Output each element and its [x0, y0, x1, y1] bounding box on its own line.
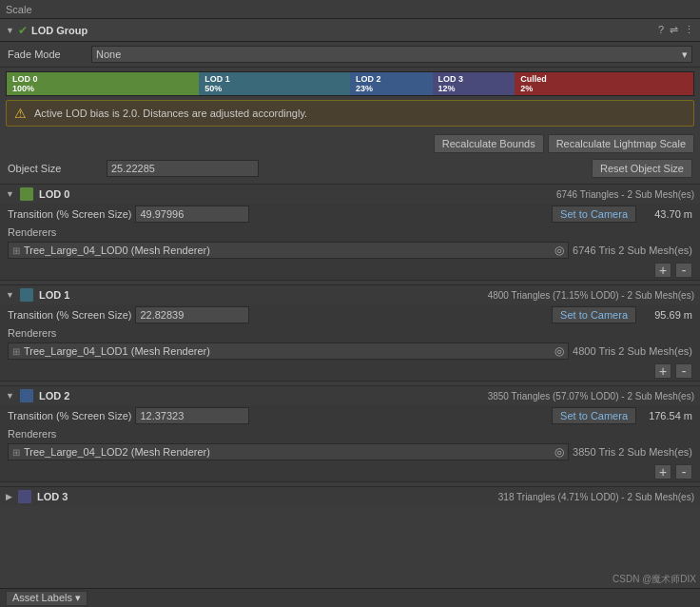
lod-bar-1-label: LOD 1 [204, 74, 230, 84]
lod2-color [20, 389, 33, 402]
lod1-info: 4800 Triangles (71.15% LOD0) - 2 Sub Mes… [488, 290, 694, 301]
fade-mode-label: Fade Mode [8, 49, 84, 60]
reset-object-size-button[interactable]: Reset Object Size [592, 159, 692, 178]
help-icon[interactable]: ? [658, 24, 664, 36]
lod2-renderer-item: ⊞ Tree_Large_04_LOD2 (Mesh Renderer) ◎ [8, 443, 569, 460]
lod2-transition-label: Transition (% Screen Size) [8, 410, 131, 421]
lod1-renderer-item: ⊞ Tree_Large_04_LOD1 (Mesh Renderer) ◎ [8, 343, 569, 360]
lod3-name: LOD 3 [37, 491, 68, 502]
lod2-add-remove-row: + - [0, 462, 700, 481]
lod0-renderer-item: ⊞ Tree_Large_04_LOD0 (Mesh Renderer) ◎ [8, 242, 569, 259]
lod2-renderer-info: 3850 Tris 2 Sub Mesh(es) [573, 446, 692, 458]
recalculate-lightmap-button[interactable]: Recalculate Lightmap Scale [548, 134, 694, 153]
lod-bar-2-percent: 23% [356, 84, 381, 93]
lod0-transition-label: Transition (% Screen Size) [8, 208, 131, 220]
lod3-color [18, 490, 31, 503]
lod2-renderer-name: Tree_Large_04_LOD2 (Mesh Renderer) [24, 446, 551, 458]
lod0-name: LOD 0 [39, 188, 69, 200]
lod-bar-1-percent: 50% [204, 84, 230, 93]
lod-bar-0-percent: 100% [12, 84, 38, 93]
lod0-add-button[interactable]: + [654, 263, 671, 278]
lod2-renderer-target-button[interactable]: ◎ [554, 445, 564, 459]
lod2-remove-button[interactable]: - [675, 464, 692, 480]
lod1-renderer-row: ⊞ Tree_Large_04_LOD1 (Mesh Renderer) ◎ 4… [0, 341, 700, 362]
lod-bar-culled[interactable]: Culled 2% [515, 72, 693, 95]
lod0-distance: 43.70 m [640, 208, 692, 220]
lod1-set-to-camera-button[interactable]: Set to Camera [552, 306, 636, 323]
lod1-remove-button[interactable]: - [675, 363, 692, 379]
lod0-info: 6746 Triangles - 2 Sub Mesh(es) [556, 189, 694, 200]
lod0-header: ▼ LOD 0 6746 Triangles - 2 Sub Mesh(es) [0, 185, 700, 204]
lod-bar-3-label: LOD 3 [438, 74, 464, 84]
lod2-transition-row: Transition (% Screen Size) Set to Camera… [0, 405, 700, 426]
object-size-input[interactable] [107, 160, 259, 177]
dropdown-chevron: ▾ [682, 49, 688, 61]
lod0-transition-input[interactable] [135, 206, 249, 223]
lod-bar-culled-percent: 2% [520, 84, 547, 93]
lod0-transition-row: Transition (% Screen Size) Set to Camera… [0, 204, 700, 225]
lod2-renderers-label: Renderers [0, 426, 700, 441]
lod-bar-2-label: LOD 2 [356, 74, 381, 84]
lod0-renderers-label: Renderers [0, 225, 700, 240]
lod3-expand-icon[interactable]: ▶ [6, 492, 12, 501]
lod1-renderer-name: Tree_Large_04_LOD1 (Mesh Renderer) [24, 345, 551, 357]
lod1-transition-row: Transition (% Screen Size) Set to Camera… [0, 304, 700, 325]
preset-icon[interactable]: ⇌ [670, 24, 678, 36]
lod1-renderers-label: Renderers [0, 325, 700, 341]
lod0-expand-icon[interactable]: ▼ [6, 189, 14, 199]
lod-bar-2[interactable]: LOD 2 23% [350, 72, 433, 95]
object-size-row: Object Size Reset Object Size [0, 157, 700, 180]
panel-icons: ? ⇌ ⋮ [658, 24, 694, 36]
lod2-renderer-row: ⊞ Tree_Large_04_LOD2 (Mesh Renderer) ◎ 3… [0, 441, 700, 462]
lod0-renderer-name: Tree_Large_04_LOD0 (Mesh Renderer) [24, 245, 551, 256]
lod0-renderer-info: 6746 Tris 2 Sub Mesh(es) [573, 245, 692, 256]
asset-labels-button[interactable]: Asset Labels ▾ [6, 591, 88, 606]
lod1-name: LOD 1 [39, 289, 69, 301]
lod-bar-3[interactable]: LOD 3 12% [433, 72, 515, 95]
lod-bar-culled-label: Culled [520, 74, 547, 84]
lod0-set-to-camera-button[interactable]: Set to Camera [552, 206, 636, 223]
lod2-transition-input[interactable] [135, 407, 249, 424]
fade-mode-dropdown[interactable]: None ▾ [91, 46, 692, 63]
menu-icon[interactable]: ⋮ [684, 24, 694, 36]
lod2-info: 3850 Triangles (57.07% LOD0) - 2 Sub Mes… [488, 391, 694, 401]
lod0-color [20, 187, 33, 201]
lod-bar-1[interactable]: LOD 1 50% [199, 72, 350, 95]
warning-text: Active LOD bias is 2.0. Distances are ad… [34, 108, 307, 119]
lod1-add-remove-row: + - [0, 362, 700, 381]
lod0-remove-button[interactable]: - [675, 263, 692, 278]
lod1-color [20, 288, 33, 302]
lod1-transition-label: Transition (% Screen Size) [8, 309, 131, 321]
lod2-name: LOD 2 [39, 390, 69, 401]
lod1-header: ▼ LOD 1 4800 Triangles (71.15% LOD0) - 2… [0, 285, 700, 304]
panel-header: ▼ ✔ LOD Group ? ⇌ ⋮ [0, 19, 700, 42]
lod2-expand-icon[interactable]: ▼ [6, 391, 14, 401]
active-checkbox[interactable]: ✔ [18, 24, 28, 37]
watermark: CSDN @魔术师DIX [612, 573, 696, 586]
lod1-distance: 95.69 m [640, 309, 692, 321]
lod0-section: ▼ LOD 0 6746 Triangles - 2 Sub Mesh(es) … [0, 184, 700, 281]
lod0-renderer-icon: ⊞ [12, 245, 20, 256]
lod1-renderer-icon: ⊞ [12, 346, 20, 357]
buttons-row: Recalculate Bounds Recalculate Lightmap … [0, 130, 700, 157]
warning-row: ⚠ Active LOD bias is 2.0. Distances are … [6, 100, 694, 127]
lod1-transition-input[interactable] [135, 306, 249, 323]
expand-icon[interactable]: ▼ [6, 26, 14, 35]
lod0-renderer-row: ⊞ Tree_Large_04_LOD0 (Mesh Renderer) ◎ 6… [0, 240, 700, 261]
lod2-set-to-camera-button[interactable]: Set to Camera [552, 407, 636, 424]
lod0-renderer-target-button[interactable]: ◎ [554, 244, 564, 257]
lod1-expand-icon[interactable]: ▼ [6, 290, 14, 300]
lod1-section: ▼ LOD 1 4800 Triangles (71.15% LOD0) - 2… [0, 284, 700, 382]
lod2-section: ▼ LOD 2 3850 Triangles (57.07% LOD0) - 2… [0, 385, 700, 482]
lod1-add-button[interactable]: + [654, 363, 671, 379]
lod3-info: 318 Triangles (4.71% LOD0) - 2 Sub Mesh(… [498, 492, 694, 502]
asset-labels-bar: Asset Labels ▾ [0, 588, 700, 607]
panel-title: LOD Group [31, 25, 654, 36]
lod-bar-container: LOD 0 100% LOD 1 50% LOD 2 23% LOD 3 12%… [6, 71, 694, 96]
lod1-renderer-target-button[interactable]: ◎ [554, 344, 564, 358]
lod2-add-button[interactable]: + [654, 464, 671, 480]
recalculate-bounds-button[interactable]: Recalculate Bounds [434, 134, 544, 153]
scale-label: Scale [6, 4, 32, 15]
lod-bar-0[interactable]: LOD 0 100% [7, 72, 199, 95]
lod2-header: ▼ LOD 2 3850 Triangles (57.07% LOD0) - 2… [0, 386, 700, 405]
